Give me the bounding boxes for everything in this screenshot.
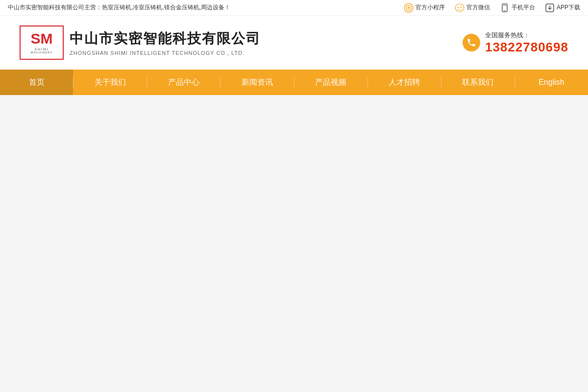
phone-icon xyxy=(463,34,480,51)
mini-program-label: 官方小程序 xyxy=(416,3,445,12)
logo-s: S xyxy=(30,31,40,46)
main-nav: 首页 关于我们 产品中心 新闻资讯 产品视频 人才招聘 联系我们 English xyxy=(0,70,588,95)
phone-number: 13822780698 xyxy=(485,40,568,55)
mobile-icon xyxy=(500,3,510,13)
company-name-en: ZHONGSHAN SHIMI INTELLIGENT TECHNOLOGY C… xyxy=(70,50,261,56)
company-logo[interactable]: S M SHIMI MACHINERY xyxy=(20,25,64,60)
wechat-link[interactable]: 官方微信 xyxy=(455,3,490,13)
nav-item-home[interactable]: 首页 xyxy=(0,70,73,95)
logo-subtitle: SHIMI xyxy=(34,48,49,51)
company-name-cn: 中山市实密智能科技有限公司 xyxy=(70,29,261,48)
nav-item-videos[interactable]: 产品视频 xyxy=(294,70,368,95)
nav-item-about[interactable]: 关于我们 xyxy=(74,70,147,95)
logo-area: S M SHIMI MACHINERY 中山市实密智能科技有限公司 ZHONGS… xyxy=(20,25,261,60)
nav-item-contact[interactable]: 联系我们 xyxy=(441,70,514,95)
header: S M SHIMI MACHINERY 中山市实密智能科技有限公司 ZHONGS… xyxy=(0,16,588,70)
wechat-label: 官方微信 xyxy=(466,3,490,12)
contact-area: 全国服务热线： 13822780698 xyxy=(463,31,568,55)
app-download-icon xyxy=(545,3,555,13)
nav-item-products[interactable]: 产品中心 xyxy=(147,70,220,95)
service-label: 全国服务热线： xyxy=(485,31,568,40)
nav-item-english[interactable]: English xyxy=(515,70,588,95)
svg-point-7 xyxy=(504,10,505,11)
top-bar-links: 官方小程序 官方微信 手机平台 xyxy=(404,3,580,13)
logo-m: M xyxy=(41,31,53,46)
top-bar-marquee: 中山市实密智能科技有限公司主营：热室压铸机,冷室压铸机,镁合金压铸机,周边设备！ xyxy=(8,3,404,12)
company-name-area: 中山市实密智能科技有限公司 ZHONGSHAN SHIMI INTELLIGEN… xyxy=(70,29,261,56)
svg-point-4 xyxy=(458,6,459,7)
mobile-link[interactable]: 手机平台 xyxy=(500,3,535,13)
svg-point-3 xyxy=(455,4,464,12)
svg-point-2 xyxy=(408,7,410,9)
marquee-text: 中山市实密智能科技有限公司主营：热室压铸机,冷室压铸机,镁合金压铸机,周边设备！ xyxy=(8,4,230,11)
logo-tagline: MACHINERY xyxy=(31,51,53,54)
app-download-link[interactable]: APP下载 xyxy=(545,3,580,13)
mobile-label: 手机平台 xyxy=(512,3,535,12)
nav-item-careers[interactable]: 人才招聘 xyxy=(368,70,441,95)
top-bar: 中山市实密智能科技有限公司主营：热室压铸机,冷室压铸机,镁合金压铸机,周边设备！… xyxy=(0,0,588,16)
mini-program-icon xyxy=(404,3,414,13)
contact-text: 全国服务热线： 13822780698 xyxy=(485,31,568,55)
app-download-label: APP下载 xyxy=(557,3,580,12)
main-content xyxy=(0,95,588,392)
logo-sm-letters: S M xyxy=(30,31,52,46)
nav-item-news[interactable]: 新闻资讯 xyxy=(220,70,294,95)
mini-program-link[interactable]: 官方小程序 xyxy=(404,3,445,13)
wechat-icon xyxy=(455,3,465,13)
svg-point-5 xyxy=(461,6,462,7)
